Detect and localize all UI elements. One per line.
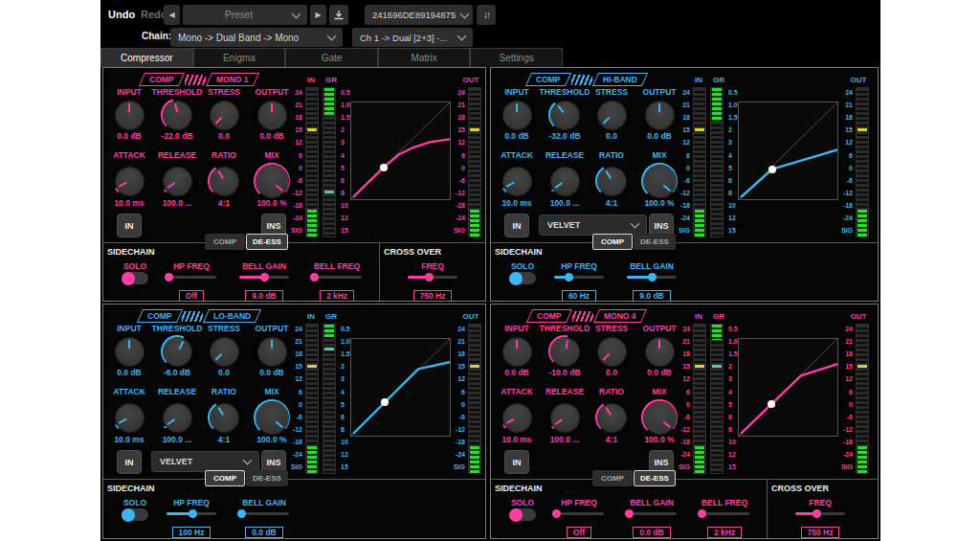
ratio-knob[interactable]	[208, 165, 240, 197]
tab-matrix[interactable]: Matrix	[378, 48, 471, 67]
velvet-dropdown[interactable]: VELVET	[151, 451, 259, 472]
stress-knob[interactable]	[595, 99, 628, 131]
solo-toggle[interactable]	[122, 508, 148, 521]
save-preset-button[interactable]	[329, 5, 348, 25]
release-knob[interactable]	[161, 401, 193, 434]
out-meter	[468, 87, 481, 237]
preset-next-button[interactable]: ▶	[310, 5, 326, 25]
input-knob[interactable]	[501, 335, 533, 368]
slider-thumb[interactable]	[813, 509, 821, 518]
stress-knob[interactable]	[595, 335, 628, 368]
input-knob[interactable]	[501, 99, 533, 131]
tab-enigma[interactable]: Enigma	[193, 48, 286, 67]
ratio-knob[interactable]	[208, 401, 240, 434]
deess-mode-button[interactable]: DE-ESS	[246, 470, 288, 486]
hp-freq-slider[interactable]	[167, 512, 216, 515]
chevron-down-icon	[292, 9, 301, 18]
solo-toggle[interactable]	[122, 272, 148, 284]
tab-settings[interactable]: Settings	[470, 48, 563, 67]
deess-mode-button[interactable]: DE-ESS	[634, 234, 676, 250]
attack-knob[interactable]	[113, 165, 145, 197]
in-scale-tick: 15	[669, 126, 690, 133]
solo-toggle-knob	[122, 508, 135, 522]
hp-freq-slider[interactable]	[554, 512, 604, 515]
chain-dropdown[interactable]: Mono -> Dual Band -> Mono	[170, 28, 343, 47]
preset-dropdown[interactable]: Preset	[183, 5, 307, 25]
attack-knob[interactable]	[501, 165, 533, 197]
hp-freq-slider[interactable]	[167, 276, 216, 279]
bell-freq-slider[interactable]	[312, 276, 362, 279]
slider-thumb[interactable]	[698, 509, 706, 518]
threshold-knob[interactable]	[548, 99, 581, 131]
preset-prev-button[interactable]: ◀	[164, 5, 180, 25]
threshold-knob[interactable]	[161, 99, 193, 131]
session-dropdown[interactable]: 241696DE89194875	[365, 5, 473, 25]
out-scale-tick: -18	[442, 202, 465, 209]
ratio-knob[interactable]	[595, 165, 628, 197]
input-knob[interactable]	[113, 99, 145, 131]
velvet-dropdown[interactable]: VELVET	[539, 214, 647, 236]
crossover-freq-slider[interactable]	[408, 276, 457, 279]
bell-gain-slider[interactable]	[239, 512, 289, 515]
gr-scale-tick: 8	[728, 190, 732, 196]
release-knob[interactable]	[548, 165, 581, 197]
bell-freq-slider[interactable]	[700, 512, 749, 515]
input-knob[interactable]	[113, 335, 145, 368]
in-scale-tick: 0	[669, 165, 690, 171]
bell-gain-slider[interactable]	[627, 512, 677, 515]
crossover-freq-slider[interactable]	[795, 512, 845, 515]
solo-toggle[interactable]	[509, 508, 536, 521]
knob-pointer	[158, 398, 196, 437]
comp-badge: COMP	[525, 73, 571, 86]
gr-scale-tick: 10	[341, 439, 348, 445]
comp-mode-button[interactable]: COMP	[205, 234, 245, 250]
ratio-knob[interactable]	[595, 401, 628, 434]
slider-thumb[interactable]	[625, 509, 634, 518]
bell-gain-slider[interactable]	[239, 276, 289, 279]
ab-swap-button[interactable]: ↓↑	[477, 5, 496, 25]
knob-pointer-line	[128, 340, 130, 349]
comp-mode-button[interactable]: COMP	[592, 470, 633, 486]
attack-knob[interactable]	[113, 401, 145, 434]
in-scale-tick: 0	[669, 401, 690, 408]
attack-knob[interactable]	[501, 401, 533, 434]
comp-mode-button[interactable]: COMP	[592, 234, 633, 250]
gr-scale-tick: 4	[341, 152, 345, 159]
slider-thumb[interactable]	[552, 509, 561, 518]
release-knob[interactable]	[161, 165, 193, 197]
meter-signal-level	[858, 446, 867, 473]
deess-mode-button[interactable]: DE-ESS	[634, 470, 676, 486]
release-knob[interactable]	[548, 401, 581, 434]
in-button[interactable]: IN	[504, 214, 529, 237]
solo-toggle[interactable]	[509, 272, 536, 284]
knob-pointer	[159, 333, 196, 371]
comp-mode-button[interactable]: COMP	[205, 470, 245, 486]
threshold-knob[interactable]	[548, 335, 581, 368]
threshold-knob[interactable]	[161, 335, 193, 368]
in-button[interactable]: IN	[117, 214, 142, 237]
slider-thumb[interactable]	[260, 273, 269, 282]
in-scale-tick: -18	[669, 202, 690, 209]
slider-thumb[interactable]	[165, 273, 173, 282]
deess-mode-button[interactable]: DE-ESS	[246, 234, 288, 250]
hp-freq-slider[interactable]	[554, 276, 604, 279]
stress-knob[interactable]	[208, 335, 240, 368]
threshold-value: -6.0 dB	[151, 368, 203, 377]
tab-compressor[interactable]: Compressor	[100, 48, 193, 67]
gr-scale-tick: 1.5	[728, 350, 738, 357]
slider-thumb[interactable]	[237, 509, 246, 518]
tab-gate[interactable]: Gate	[285, 48, 378, 67]
stress-knob[interactable]	[208, 99, 240, 131]
slider-thumb[interactable]	[310, 273, 319, 282]
channel-dropdown[interactable]: Ch 1 -> Dual [2+3] -...	[352, 28, 473, 47]
undo-button[interactable]: Undo	[108, 9, 135, 20]
out-scale-tick: 24	[442, 89, 465, 96]
slider-thumb[interactable]	[425, 273, 434, 282]
in-button[interactable]: IN	[504, 450, 529, 474]
bell-gain-slider[interactable]	[627, 276, 677, 279]
slider-thumb[interactable]	[565, 273, 573, 282]
slider-thumb[interactable]	[189, 509, 197, 518]
in-button[interactable]: IN	[117, 450, 142, 474]
slider-thumb[interactable]	[648, 273, 657, 282]
knob-pointer-line	[602, 353, 610, 361]
